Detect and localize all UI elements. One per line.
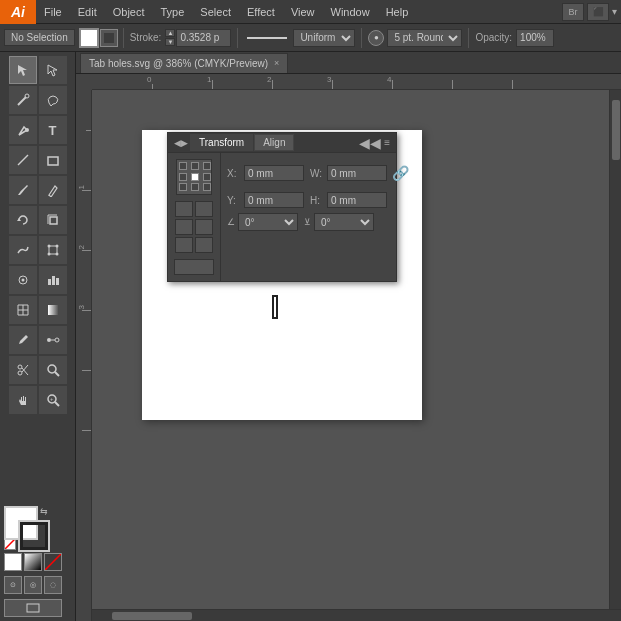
- menu-file[interactable]: File: [36, 0, 70, 24]
- panel-collapse-btn[interactable]: ◀▶: [174, 138, 188, 148]
- ref-dot-mr[interactable]: [203, 173, 211, 181]
- type-tool[interactable]: T: [39, 116, 67, 144]
- stroke-value-input[interactable]: [176, 29, 231, 47]
- align-icon-5[interactable]: [175, 237, 193, 253]
- menu-view[interactable]: View: [283, 0, 323, 24]
- scale-tool[interactable]: [39, 206, 67, 234]
- scroll-v-thumb[interactable]: [612, 100, 620, 160]
- h-input[interactable]: [327, 192, 387, 208]
- ref-dot-tr[interactable]: [203, 162, 211, 170]
- w-field: W:: [310, 165, 387, 181]
- pencil-tool[interactable]: [39, 176, 67, 204]
- y-input[interactable]: [244, 192, 304, 208]
- panel-menu-btn[interactable]: ≡: [384, 137, 390, 148]
- stroke-type-select[interactable]: Uniform: [293, 29, 355, 47]
- workspace-expand[interactable]: ▾: [612, 6, 617, 17]
- ruler-horizontal: 0 1 2 3 4: [92, 74, 621, 90]
- direct-selection-tool[interactable]: [39, 56, 67, 84]
- blend-tool[interactable]: [39, 326, 67, 354]
- scroll-v[interactable]: [609, 90, 621, 609]
- paintbrush-tool[interactable]: [9, 176, 37, 204]
- align-icon-1[interactable]: [175, 201, 193, 217]
- menu-window[interactable]: Window: [323, 0, 378, 24]
- ruler-v-tick-major-5: [82, 430, 92, 431]
- align-icon-3[interactable]: [175, 219, 193, 235]
- selection-tool[interactable]: [9, 56, 37, 84]
- align-icon-6[interactable]: [195, 237, 213, 253]
- opacity-input[interactable]: [516, 29, 554, 47]
- stroke-up[interactable]: ▲: [165, 29, 175, 37]
- x-input[interactable]: [244, 165, 304, 181]
- gradient-tool[interactable]: [39, 296, 67, 324]
- warp-tool[interactable]: [9, 236, 37, 264]
- tool-row-2: [9, 86, 67, 114]
- screen-mode-btn[interactable]: [4, 599, 62, 617]
- draw-inside-btn[interactable]: ◌: [44, 576, 62, 594]
- rotate-tool[interactable]: [9, 206, 37, 234]
- align-icon-4[interactable]: [195, 219, 213, 235]
- panel-collapse-arrow-left[interactable]: ◀◀: [359, 135, 381, 151]
- symbol-sprayer-tool[interactable]: [9, 266, 37, 294]
- svg-line-34: [55, 372, 59, 376]
- angle1-select[interactable]: 0°: [238, 213, 298, 231]
- tab-close-btn[interactable]: ×: [274, 58, 279, 68]
- mesh-tool[interactable]: [9, 296, 37, 324]
- bracket-bottom-right-part: [275, 295, 278, 319]
- draw-behind-btn[interactable]: ◎: [24, 576, 42, 594]
- column-graph-tool[interactable]: [39, 266, 67, 294]
- canvas-area[interactable]: ◀▶ Transform Align ◀◀ ≡: [92, 90, 621, 621]
- angle2-select[interactable]: 0°: [314, 213, 374, 231]
- color-mode-fill[interactable]: [4, 553, 22, 571]
- ref-dot-bc[interactable]: [191, 183, 199, 191]
- transform-tab[interactable]: Transform: [190, 134, 253, 151]
- scroll-h[interactable]: [92, 609, 621, 621]
- ref-dot-br[interactable]: [203, 183, 211, 191]
- ref-dot-mc[interactable]: [191, 173, 199, 181]
- scroll-h-thumb[interactable]: [112, 612, 192, 620]
- zoom-tool[interactable]: [39, 356, 67, 384]
- stroke-down[interactable]: ▼: [165, 38, 175, 46]
- bridge-btn[interactable]: Br: [562, 3, 584, 21]
- zoom-view-tool[interactable]: +: [39, 386, 67, 414]
- ref-dot-bl[interactable]: [179, 183, 187, 191]
- menu-object[interactable]: Object: [105, 0, 153, 24]
- workspace-btn[interactable]: ⬛: [587, 3, 609, 21]
- free-transform-tool[interactable]: [39, 236, 67, 264]
- menu-edit[interactable]: Edit: [70, 0, 105, 24]
- rect-tool[interactable]: [39, 146, 67, 174]
- menu-help[interactable]: Help: [378, 0, 417, 24]
- draw-normal-btn[interactable]: ⊙: [4, 576, 22, 594]
- angle2-sym: ⊻: [304, 217, 311, 227]
- scissors-tool[interactable]: [9, 356, 37, 384]
- brush-select[interactable]: 5 pt. Round: [387, 29, 462, 47]
- lasso-tool[interactable]: [39, 86, 67, 114]
- stroke-swatch[interactable]: [101, 30, 117, 46]
- svg-marker-5: [17, 218, 21, 221]
- magic-wand-tool[interactable]: [9, 86, 37, 114]
- ref-dot-tc[interactable]: [191, 162, 199, 170]
- align-icon-2[interactable]: [195, 201, 213, 217]
- ref-dot-tl[interactable]: [179, 162, 187, 170]
- menu-effect[interactable]: Effect: [239, 0, 283, 24]
- w-input[interactable]: [327, 165, 387, 181]
- h-label: H:: [310, 195, 324, 206]
- ruler-corner: [76, 74, 92, 90]
- link-btn[interactable]: 🔗: [393, 159, 407, 187]
- svg-point-13: [55, 253, 58, 256]
- svg-rect-16: [48, 279, 51, 285]
- swap-colors-btn[interactable]: ⇆: [40, 506, 48, 516]
- hand-tool[interactable]: [9, 386, 37, 414]
- document-tab[interactable]: Tab holes.svg @ 386% (CMYK/Preview) ×: [80, 53, 288, 73]
- menu-type[interactable]: Type: [153, 0, 193, 24]
- color-mode-gradient[interactable]: [24, 553, 42, 571]
- line-tool[interactable]: [9, 146, 37, 174]
- eyedropper-tool[interactable]: [9, 326, 37, 354]
- ref-dot-ml[interactable]: [179, 173, 187, 181]
- menu-select[interactable]: Select: [192, 0, 239, 24]
- pen-tool[interactable]: [9, 116, 37, 144]
- color-mode-none[interactable]: [44, 553, 62, 571]
- fill-swatch[interactable]: [79, 28, 99, 48]
- align-tab[interactable]: Align: [254, 134, 294, 151]
- stroke-color-swatch[interactable]: [20, 522, 48, 550]
- distribute-icon[interactable]: [174, 259, 214, 275]
